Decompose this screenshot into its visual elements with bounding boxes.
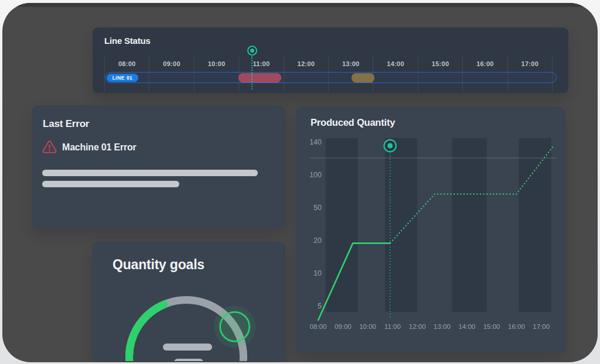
x-axis-label: 14:00 xyxy=(458,323,475,330)
y-axis-label: 5 xyxy=(318,302,322,310)
y-axis-label: 10 xyxy=(313,269,322,277)
error-segment[interactable] xyxy=(238,73,281,83)
hour-label: 09:00 xyxy=(163,60,180,67)
line-track xyxy=(105,72,557,83)
window-top-strip xyxy=(15,3,585,7)
idle-segment[interactable] xyxy=(352,73,374,83)
x-axis-label: 11:00 xyxy=(384,323,401,330)
text-placeholder-bar xyxy=(42,181,179,187)
line-status-title: Line Status xyxy=(104,36,151,46)
line-badge: LINE 01 xyxy=(107,74,138,82)
last-error-title: Last Error xyxy=(43,118,89,130)
x-axis-label: 12:00 xyxy=(409,323,426,330)
panel-line-status: Line Status 08:0009:0010:0011:0012:0013:… xyxy=(93,28,568,93)
hour-label: 11:00 xyxy=(253,60,270,67)
hour-label: 14:00 xyxy=(387,60,404,67)
hour-label: 13:00 xyxy=(342,60,360,67)
chart-shaded-band xyxy=(326,138,358,312)
x-axis-label: 13:00 xyxy=(434,323,451,330)
panel-quantity-goals: Quantity goals xyxy=(92,242,285,361)
x-axis-label: 09:00 xyxy=(335,323,352,330)
chart-shaded-band xyxy=(519,138,551,312)
panel-produced-quantity: Produced Quantity 08:0009:0010:0011:0012… xyxy=(296,107,565,353)
y-axis-label: 20 xyxy=(313,236,322,245)
x-axis-label: 15:00 xyxy=(483,323,500,330)
now-marker-line xyxy=(251,56,253,90)
text-placeholder-bar xyxy=(174,359,203,361)
last-error-message: Machine 01 Error xyxy=(62,142,137,153)
chart-shaded-band xyxy=(452,138,486,312)
y-axis-label: 100 xyxy=(309,171,322,179)
hour-label: 10:00 xyxy=(208,60,226,67)
now-marker-icon[interactable] xyxy=(247,46,257,56)
hour-label: 17:00 xyxy=(521,60,539,67)
now-marker-dot xyxy=(250,49,254,53)
warning-triangle-icon xyxy=(42,140,57,154)
last-error-row: Machine 01 Error xyxy=(42,140,137,154)
y-axis-label: 140 xyxy=(309,138,322,146)
screenshot-viewport: Line Status 08:0009:0010:0011:0012:0013:… xyxy=(0,0,600,364)
hour-label: 08:00 xyxy=(118,60,136,67)
x-axis-label: 17:00 xyxy=(533,323,550,330)
text-placeholder-bar xyxy=(42,170,258,176)
gauge-progress-arc xyxy=(129,304,164,361)
y-axis-label: 50 xyxy=(313,204,322,212)
quantity-chart: 08:0009:0010:0011:0012:0013:0014:0015:00… xyxy=(296,107,565,353)
hour-label: 16:00 xyxy=(476,60,494,67)
hour-label: 12:00 xyxy=(298,60,315,67)
x-axis-label: 10:00 xyxy=(359,323,376,330)
text-placeholder-bar xyxy=(163,344,212,351)
panel-last-error: Last Error Machine 01 Error xyxy=(32,105,285,228)
x-axis-label: 16:00 xyxy=(508,323,525,330)
window-frame: Line Status 08:0009:0010:0011:0012:0013:… xyxy=(2,3,598,362)
chart-shaded-band xyxy=(385,138,417,312)
now-marker-dot xyxy=(387,143,393,149)
hour-label: 15:00 xyxy=(432,60,449,67)
gauge-marker-glow xyxy=(219,310,251,343)
x-axis-label: 08:00 xyxy=(310,323,327,330)
